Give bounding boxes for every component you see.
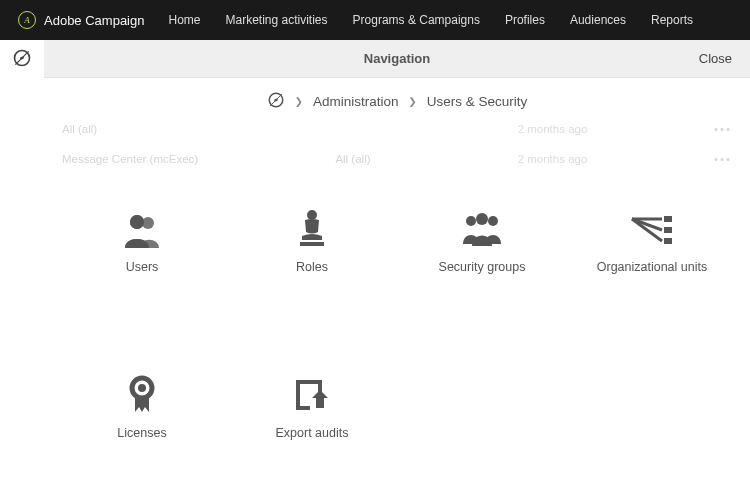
tile-label: Licenses (117, 426, 166, 440)
tile-org-units[interactable]: Organizational units (572, 208, 732, 274)
topbar: A Adobe Campaign Home Marketing activiti… (0, 0, 750, 40)
tile-security-groups[interactable]: Security groups (402, 208, 562, 274)
svg-line-2 (15, 51, 28, 64)
tile-label: Roles (296, 260, 328, 274)
export-audits-icon (288, 374, 336, 414)
top-menu-programs[interactable]: Programs & Campaigns (353, 13, 480, 27)
breadcrumb: ❯ Administration ❯ Users & Security (52, 78, 742, 124)
overlay-title: Navigation (44, 51, 750, 66)
svg-rect-15 (664, 227, 672, 233)
svg-rect-10 (300, 242, 324, 246)
svg-marker-24 (312, 390, 328, 408)
top-menu-audiences[interactable]: Audiences (570, 13, 626, 27)
security-groups-icon (458, 208, 506, 248)
svg-rect-14 (664, 216, 672, 222)
svg-point-8 (130, 215, 144, 229)
tile-licenses[interactable]: Licenses (62, 374, 222, 440)
top-menu: Home Marketing activities Programs & Cam… (168, 13, 732, 27)
breadcrumb-users-security[interactable]: Users & Security (427, 94, 528, 109)
brand: A Adobe Campaign (18, 11, 144, 29)
svg-point-11 (466, 216, 476, 226)
close-button[interactable]: Close (699, 51, 732, 66)
content: Organizational unit Last modified All (a… (44, 78, 750, 502)
ellipsis-icon: ••• (700, 153, 732, 165)
svg-marker-23 (142, 398, 149, 412)
breadcrumb-separator-icon: ❯ (409, 93, 417, 109)
roles-icon (288, 208, 336, 248)
top-menu-marketing[interactable]: Marketing activities (225, 13, 327, 27)
tiles-grid: Users Roles (52, 178, 742, 480)
tile-label: Security groups (439, 260, 526, 274)
breadcrumb-separator-icon: ❯ (295, 93, 303, 109)
tile-users[interactable]: Users (62, 208, 222, 274)
svg-point-9 (307, 210, 317, 220)
left-gutter (0, 40, 44, 502)
ghost-row: Message Center (mcExec) All (all) 2 mont… (52, 144, 742, 174)
tile-label: Organizational units (597, 260, 707, 274)
ghost-area: Organizational unit Last modified All (a… (52, 78, 742, 178)
tile-export-audits[interactable]: Export audits (232, 374, 392, 440)
tile-roles[interactable]: Roles (232, 208, 392, 274)
breadcrumb-administration[interactable]: Administration (313, 94, 399, 109)
svg-line-19 (632, 219, 662, 241)
overlay-header: Navigation Close (44, 40, 750, 78)
brand-name: Adobe Campaign (44, 13, 144, 28)
svg-line-5 (270, 94, 282, 106)
top-menu-home[interactable]: Home (168, 13, 200, 27)
svg-marker-22 (135, 398, 142, 412)
svg-rect-16 (664, 238, 672, 244)
top-menu-reports[interactable]: Reports (651, 13, 693, 27)
svg-point-12 (476, 213, 488, 225)
shell: Navigation Close Organizational unit Las… (0, 40, 750, 502)
ellipsis-icon: ••• (700, 123, 732, 135)
users-icon (118, 208, 166, 248)
compass-icon[interactable] (12, 48, 32, 72)
licenses-icon (118, 374, 166, 414)
brand-logo-icon: A (18, 11, 36, 29)
breadcrumb-compass-icon[interactable] (267, 91, 285, 112)
main: Navigation Close Organizational unit Las… (44, 40, 750, 502)
tile-label: Users (126, 260, 159, 274)
tile-label: Export audits (276, 426, 349, 440)
svg-point-13 (488, 216, 498, 226)
org-units-icon (628, 208, 676, 248)
top-menu-profiles[interactable]: Profiles (505, 13, 545, 27)
svg-point-21 (138, 384, 146, 392)
